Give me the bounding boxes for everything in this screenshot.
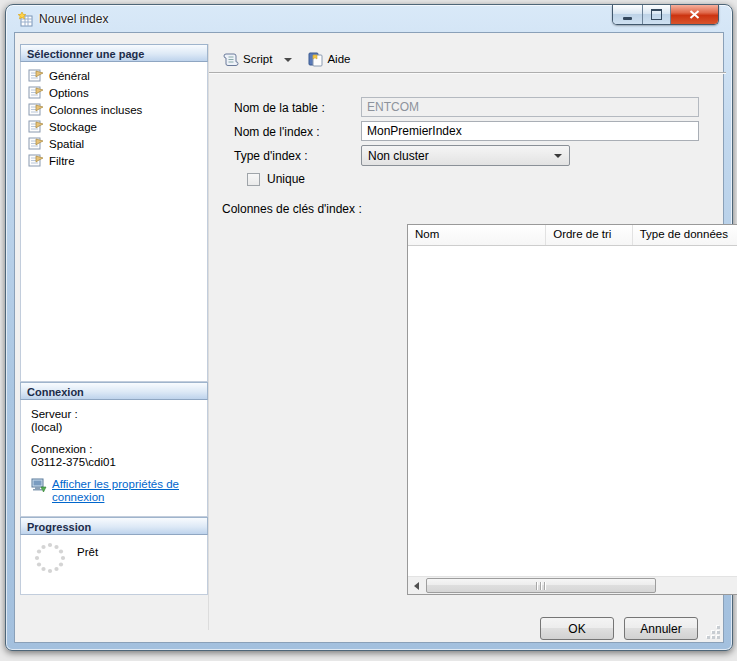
progress-panel: Prêt	[20, 535, 208, 595]
grid-column-header-nom: Nom	[408, 225, 546, 245]
property-page-icon	[28, 154, 44, 167]
help-button[interactable]: Aide	[302, 47, 355, 71]
sidebar-item-label: Colonnes incluses	[49, 104, 142, 116]
select-page-header: Sélectionner une page	[20, 44, 208, 62]
connection-label: Connexion :	[31, 443, 197, 456]
close-icon	[689, 10, 700, 19]
grid-column-header-ordre-de-tri: Ordre de tri	[546, 225, 633, 245]
table-name-input	[361, 97, 699, 117]
unique-checkbox[interactable]	[247, 173, 260, 186]
toolbar: Script Aide	[209, 46, 726, 73]
scrollbar-track	[425, 577, 737, 594]
maximize-icon	[651, 9, 662, 20]
index-name-input[interactable]	[361, 121, 699, 141]
script-dropdown-arrow-icon[interactable]	[284, 58, 292, 62]
progress-header: Progression	[20, 517, 208, 535]
scrollbar-thumb[interactable]	[426, 578, 656, 593]
help-button-label: Aide	[327, 53, 350, 65]
unique-checkbox-row: Unique	[247, 172, 305, 186]
scrollbar-grip-icon	[536, 582, 546, 590]
main-panel: Script Aide Nom de la table :	[208, 44, 726, 630]
table-name-label: Nom de la table :	[234, 101, 325, 115]
sidebar-item-options[interactable]: Options	[21, 84, 207, 101]
resize-grip[interactable]	[707, 626, 720, 639]
script-button-label: Script	[243, 53, 272, 65]
scroll-left-icon	[414, 582, 419, 590]
progress-spinner-icon	[33, 541, 67, 575]
close-button[interactable]	[671, 5, 718, 24]
script-icon	[222, 52, 239, 67]
window-title: Nouvel index	[39, 12, 108, 26]
dialog-content: Sélectionner une page Général Options Co…	[14, 32, 724, 643]
index-name-label: Nom de l'index :	[234, 125, 320, 139]
server-label: Serveur :	[31, 408, 197, 421]
cancel-button[interactable]: Annuler	[624, 617, 698, 640]
page-list: Général Options Colonnes incluses Stocka…	[20, 62, 208, 382]
script-button[interactable]: Script	[217, 47, 277, 71]
sidebar-item-general[interactable]: Général	[21, 67, 207, 84]
index-type-label: Type d'index :	[234, 149, 308, 163]
connection-panel: Serveur : (local) Connexion : 03112-375\…	[20, 400, 208, 517]
dialog-window: Nouvel index Sélectionner une page	[5, 4, 733, 651]
new-index-icon	[17, 11, 33, 27]
server-value: (local)	[31, 421, 197, 434]
property-page-icon	[28, 86, 44, 99]
help-icon	[307, 51, 323, 67]
grid-column-header-type-de-donnees: Type de données	[633, 225, 737, 245]
sidebar-item-label: Options	[49, 87, 89, 99]
index-type-value: Non cluster	[368, 149, 429, 163]
connection-properties-icon	[31, 478, 47, 504]
property-page-icon	[28, 120, 44, 133]
index-type-select[interactable]: Non cluster	[361, 145, 570, 166]
grid-horizontal-scrollbar	[408, 576, 737, 594]
connection-header: Connexion	[20, 382, 208, 400]
property-page-icon	[28, 69, 44, 82]
sidebar-item-label: Spatial	[49, 138, 84, 150]
maximize-button[interactable]	[643, 5, 671, 24]
property-page-icon	[28, 103, 44, 116]
property-page-icon	[28, 137, 44, 150]
index-key-columns-grid[interactable]: Nom Ordre de tri Type de données Ta	[407, 224, 737, 595]
unique-checkbox-label: Unique	[267, 172, 305, 186]
sidebar-item-stockage[interactable]: Stockage	[21, 118, 207, 135]
sidebar: Sélectionner une page Général Options Co…	[20, 44, 208, 595]
sidebar-item-label: Filtre	[49, 155, 75, 167]
view-connection-properties-link[interactable]: Afficher les propriétés de connexion	[52, 478, 197, 504]
sidebar-item-colonnes-incluses[interactable]: Colonnes incluses	[21, 101, 207, 118]
title-bar[interactable]: Nouvel index	[6, 5, 732, 32]
grid-header-row: Nom Ordre de tri Type de données Ta	[408, 225, 737, 246]
sidebar-item-filtre[interactable]: Filtre	[21, 152, 207, 169]
minimize-icon	[623, 17, 632, 20]
scroll-left-button[interactable]	[408, 577, 425, 594]
caption-buttons	[612, 5, 719, 25]
connection-value: 03112-375\cdi01	[31, 456, 197, 469]
grid-body[interactable]	[408, 246, 737, 559]
progress-status: Prêt	[77, 546, 98, 558]
minimize-button[interactable]	[613, 5, 643, 24]
chevron-down-icon	[554, 154, 562, 158]
sidebar-item-label: Général	[49, 70, 90, 82]
sidebar-item-label: Stockage	[49, 121, 97, 133]
key-columns-label: Colonnes de clés d'index :	[222, 202, 362, 216]
sidebar-item-spatial[interactable]: Spatial	[21, 135, 207, 152]
ok-button[interactable]: OK	[540, 617, 614, 640]
